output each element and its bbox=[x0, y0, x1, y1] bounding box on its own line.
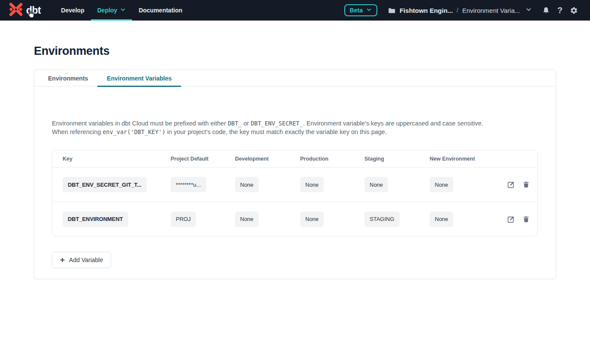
gear-icon[interactable] bbox=[570, 6, 578, 15]
delete-variable-icon[interactable] bbox=[522, 215, 530, 224]
delete-variable-icon[interactable] bbox=[522, 180, 530, 189]
beta-dropdown[interactable]: Beta bbox=[344, 4, 377, 16]
main-content: Environments Environments Environment Va… bbox=[0, 21, 590, 279]
code-dbt-prefix: DBT_ bbox=[228, 120, 242, 127]
nav-item-label: Deploy bbox=[97, 7, 117, 14]
breadcrumb-page[interactable]: Environment Varia... bbox=[462, 7, 520, 14]
project-default-cell: ********u... bbox=[171, 177, 206, 192]
card-body: Environment variables in dbt Cloud must … bbox=[34, 119, 556, 279]
development-value-cell: None bbox=[235, 212, 259, 227]
column-header-project-default: Project Default bbox=[171, 156, 235, 162]
plus-icon: + bbox=[60, 256, 65, 264]
row-actions bbox=[507, 215, 530, 224]
production-value-cell: None bbox=[300, 212, 324, 227]
nav-item-documentation[interactable]: Documentation bbox=[132, 0, 189, 21]
project-default-cell: PROJ bbox=[171, 212, 196, 227]
dbt-logo-icon bbox=[9, 2, 23, 18]
top-navbar: dbt Develop Deploy Documentation Beta Fi… bbox=[0, 0, 590, 21]
description-text: in your project's code, the key must mat… bbox=[166, 128, 387, 135]
staging-value-cell: None bbox=[364, 177, 388, 192]
chevron-down-icon bbox=[526, 6, 532, 14]
column-header-new-environment: New Environment bbox=[430, 156, 507, 162]
row-actions bbox=[507, 180, 530, 189]
tab-environment-variables[interactable]: Environment Variables bbox=[97, 70, 181, 87]
new-environment-value-cell: None bbox=[430, 177, 453, 192]
env-var-description: Environment variables in dbt Cloud must … bbox=[52, 119, 498, 136]
navbar-icon-group: ? bbox=[542, 6, 578, 15]
description-text: Environment variables in dbt Cloud must … bbox=[52, 120, 228, 127]
chevron-down-icon bbox=[366, 7, 372, 14]
primary-nav: Develop Deploy Documentation bbox=[54, 0, 189, 21]
development-value-cell: None bbox=[235, 177, 259, 192]
dbt-logo-link[interactable]: dbt bbox=[9, 2, 41, 18]
environments-card: Environments Environment Variables Envir… bbox=[34, 69, 556, 279]
column-header-staging: Staging bbox=[364, 156, 430, 162]
edit-variable-icon[interactable] bbox=[507, 215, 515, 224]
beta-label: Beta bbox=[350, 7, 363, 14]
nav-item-deploy[interactable]: Deploy bbox=[91, 0, 132, 21]
navbar-right: Beta Fishtown Engin... / Environment Var… bbox=[344, 4, 578, 16]
nav-item-develop[interactable]: Develop bbox=[54, 0, 90, 21]
help-icon[interactable]: ? bbox=[557, 6, 563, 15]
tab-bar: Environments Environment Variables bbox=[34, 70, 556, 87]
tab-label: Environments bbox=[48, 75, 88, 82]
table-row: DBT_ENV_SECRET_GIT_T... ********u... Non… bbox=[52, 167, 537, 202]
bell-icon[interactable] bbox=[542, 6, 550, 15]
description-text: or bbox=[242, 120, 251, 127]
variable-key-cell: DBT_ENVIRONMENT bbox=[63, 212, 128, 227]
new-environment-value-cell: None bbox=[430, 212, 453, 227]
column-header-key: Key bbox=[63, 156, 171, 162]
code-dbt-env-secret-prefix: DBT_ENV_SECRET_ bbox=[251, 120, 303, 127]
table-row: DBT_ENVIRONMENT PROJ None None STAGING N… bbox=[52, 202, 537, 236]
folder-icon bbox=[388, 6, 396, 15]
breadcrumb[interactable]: Fishtown Engin... / Environment Varia... bbox=[388, 6, 532, 15]
table-header-row: Key Project Default Development Producti… bbox=[52, 150, 537, 167]
column-header-development: Development bbox=[235, 156, 300, 162]
breadcrumb-project[interactable]: Fishtown Engin... bbox=[400, 7, 453, 14]
dbt-logo-text: dbt bbox=[26, 5, 41, 16]
column-header-production: Production bbox=[300, 156, 364, 162]
add-variable-button[interactable]: + Add Variable bbox=[52, 252, 111, 268]
tab-label: Environment Variables bbox=[107, 75, 172, 82]
staging-value-cell: STAGING bbox=[364, 212, 400, 227]
production-value-cell: None bbox=[300, 177, 324, 192]
environment-variables-table: Key Project Default Development Producti… bbox=[52, 150, 538, 236]
breadcrumb-separator: / bbox=[457, 7, 458, 14]
nav-item-label: Documentation bbox=[138, 7, 182, 14]
nav-item-label: Develop bbox=[61, 7, 84, 14]
chevron-down-icon bbox=[120, 7, 126, 14]
edit-variable-icon[interactable] bbox=[507, 180, 515, 189]
code-env-var-call: env_var('DBT_KEY') bbox=[102, 128, 165, 135]
add-variable-label: Add Variable bbox=[69, 257, 103, 263]
page-title: Environments bbox=[34, 44, 556, 58]
variable-key-cell: DBT_ENV_SECRET_GIT_T... bbox=[63, 177, 147, 192]
tab-environments[interactable]: Environments bbox=[39, 70, 97, 87]
